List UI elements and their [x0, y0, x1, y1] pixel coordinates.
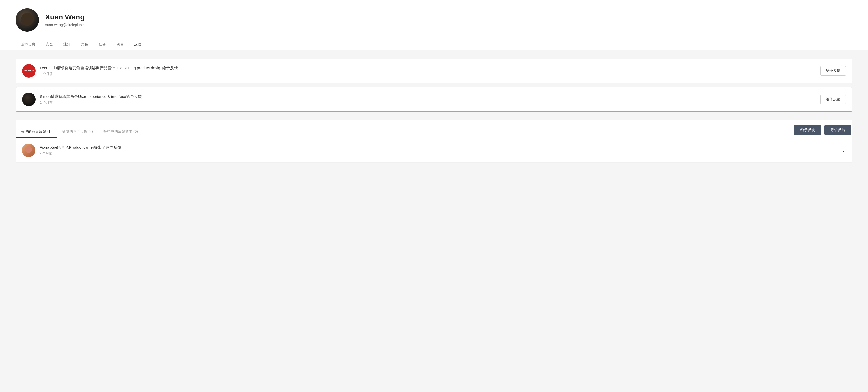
fiona-main-text: Fiona Xue给角色Product owner提出了营养反馈	[39, 145, 121, 150]
card-text-simon: Simon请求你给其角色User experience & interface给…	[40, 94, 142, 105]
avatar-fiona	[22, 143, 35, 157]
leona-time-text: 1 个月前	[40, 72, 178, 76]
simon-time-text: 2 个月前	[40, 100, 142, 105]
tab-feedback[interactable]: 反馈	[129, 39, 147, 51]
pending-feedback-section: Take Action . Leona Liu请求你给其角色培训咨询产品设计| …	[16, 59, 852, 111]
feedback-card-left-simon: Simon请求你给其角色User experience & interface给…	[22, 93, 142, 106]
seek-feedback-action-button[interactable]: 寻求反馈	[825, 125, 851, 135]
nutrient-actions: 给予反馈 寻求反馈	[794, 125, 852, 138]
feedback-card-left-leona: Take Action . Leona Liu请求你给其角色培训咨询产品设计| …	[22, 64, 178, 77]
main-content: Take Action . Leona Liu请求你给其角色培训咨询产品设计| …	[0, 51, 868, 392]
user-profile-header: Xuan Wang xuan.wang@circleplus.cn	[16, 8, 852, 39]
tab-basic[interactable]: 基本信息	[16, 39, 40, 51]
nutrient-item-left-fiona: Fiona Xue给角色Product owner提出了营养反馈 2 个月前	[22, 143, 121, 157]
nutrient-item-fiona: Fiona Xue给角色Product owner提出了营养反馈 2 个月前 ⌄	[16, 138, 852, 163]
tab-notifications[interactable]: 通知	[58, 39, 76, 51]
tab-security[interactable]: 安全	[40, 39, 58, 51]
expand-fiona-icon[interactable]: ⌄	[841, 148, 846, 153]
tab-provided[interactable]: 提供的营养反馈 (4)	[57, 126, 98, 138]
tab-tasks[interactable]: 任务	[93, 39, 111, 51]
simon-main-text: Simon请求你给其角色User experience & interface给…	[40, 94, 142, 99]
tab-pending[interactable]: 等待中的反馈请求 (0)	[98, 126, 143, 138]
user-email: xuan.wang@circleplus.cn	[45, 23, 87, 27]
give-feedback-button-simon[interactable]: 给予反馈	[820, 95, 846, 104]
give-feedback-button-leona[interactable]: 给予反馈	[820, 66, 846, 75]
avatar-take-action: Take Action .	[22, 64, 36, 77]
card-text-fiona: Fiona Xue给角色Product owner提出了营养反馈 2 个月前	[39, 145, 121, 156]
user-name: Xuan Wang	[45, 13, 87, 21]
tab-roles[interactable]: 角色	[76, 39, 93, 51]
nutrient-header: 获得的营养反馈 (1) 提供的营养反馈 (4) 等待中的反馈请求 (0) 给予反…	[16, 120, 852, 138]
card-text-leona: Leona Liu请求你给其角色培训咨询产品设计| Consulting pro…	[40, 66, 178, 76]
avatar-simon	[22, 93, 36, 106]
leona-main-text: Leona Liu请求你给其角色培训咨询产品设计| Consulting pro…	[40, 66, 178, 71]
user-avatar	[16, 8, 39, 32]
feedback-card-simon: Simon请求你给其角色User experience & interface给…	[16, 87, 852, 111]
tab-projects[interactable]: 项目	[111, 39, 129, 51]
give-feedback-action-button[interactable]: 给予反馈	[794, 125, 821, 135]
fiona-time-text: 2 个月前	[39, 151, 121, 156]
nutrient-tabs: 获得的营养反馈 (1) 提供的营养反馈 (4) 等待中的反馈请求 (0)	[16, 126, 143, 137]
tab-received[interactable]: 获得的营养反馈 (1)	[16, 126, 57, 138]
nav-tabs: 基本信息 安全 通知 角色 任务 项目 反馈	[0, 39, 868, 51]
nutrient-feedback-section: 获得的营养反馈 (1) 提供的营养反馈 (4) 等待中的反馈请求 (0) 给予反…	[16, 120, 852, 163]
feedback-card-leona: Take Action . Leona Liu请求你给其角色培训咨询产品设计| …	[16, 59, 852, 83]
